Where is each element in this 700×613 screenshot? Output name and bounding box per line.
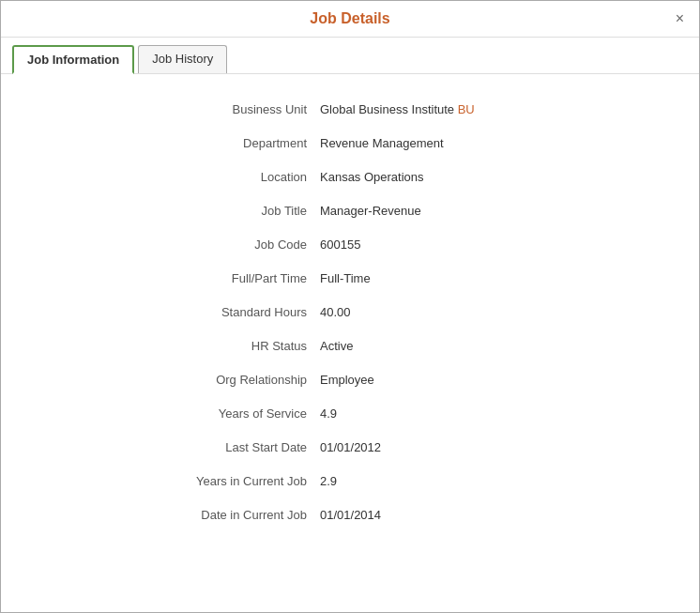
field-value: Manager-Revenue (320, 204, 421, 218)
field-row: HR StatusActive (1, 329, 699, 363)
fields-container: Business UnitGlobal Business Institute B… (1, 93, 699, 532)
field-row: Job TitleManager-Revenue (1, 194, 699, 228)
dialog-title: Job Details (310, 10, 389, 27)
dialog-header: Job Details × (1, 1, 699, 38)
tab-content: Business UnitGlobal Business Institute B… (1, 74, 699, 612)
field-label: Full/Part Time (20, 271, 320, 285)
field-row: Last Start Date01/01/2012 (1, 431, 699, 465)
field-row: LocationKansas Operations (1, 161, 699, 194)
field-row: Business UnitGlobal Business Institute B… (1, 93, 699, 127)
field-label: Date in Current Job (20, 508, 320, 522)
field-row: DepartmentRevenue Management (1, 127, 699, 161)
field-label: Department (20, 136, 320, 150)
close-button[interactable]: × (670, 8, 690, 29)
bu-link[interactable]: BU (458, 102, 475, 116)
field-label: Location (20, 170, 320, 184)
field-value: 600155 (320, 238, 360, 252)
field-label: Org Relationship (20, 373, 320, 387)
field-label: Job Code (20, 238, 320, 252)
field-label: Last Start Date (20, 440, 320, 454)
field-value: Employee (320, 373, 374, 387)
field-label: Business Unit (20, 102, 320, 116)
field-value: Kansas Operations (320, 170, 424, 184)
field-value: 01/01/2014 (320, 508, 381, 522)
field-row: Job Code600155 (1, 228, 699, 262)
field-row: Org RelationshipEmployee (1, 363, 699, 397)
field-label: HR Status (20, 339, 320, 353)
job-details-dialog: Job Details × Job Information Job Histor… (0, 0, 700, 613)
field-label: Years in Current Job (20, 474, 320, 488)
tab-job-information[interactable]: Job Information (12, 45, 134, 74)
field-label: Job Title (20, 204, 320, 218)
tab-job-history[interactable]: Job History (138, 45, 227, 73)
field-value: 2.9 (320, 474, 337, 488)
field-value: Revenue Management (320, 136, 444, 150)
field-value: Full-Time (320, 271, 371, 285)
field-row: Full/Part TimeFull-Time (1, 262, 699, 296)
field-row: Standard Hours40.00 (1, 296, 699, 329)
field-label: Standard Hours (20, 305, 320, 319)
field-value: Active (320, 339, 353, 353)
field-value: Global Business Institute BU (320, 102, 475, 116)
field-label: Years of Service (20, 406, 320, 421)
field-row: Years of Service4.9 (1, 397, 699, 431)
field-value: 01/01/2012 (320, 440, 381, 454)
field-value: 4.9 (320, 406, 337, 421)
field-value: 40.00 (320, 305, 351, 319)
tab-bar: Job Information Job History (1, 38, 699, 74)
field-row: Years in Current Job2.9 (1, 465, 699, 498)
field-row: Date in Current Job01/01/2014 (1, 498, 699, 532)
